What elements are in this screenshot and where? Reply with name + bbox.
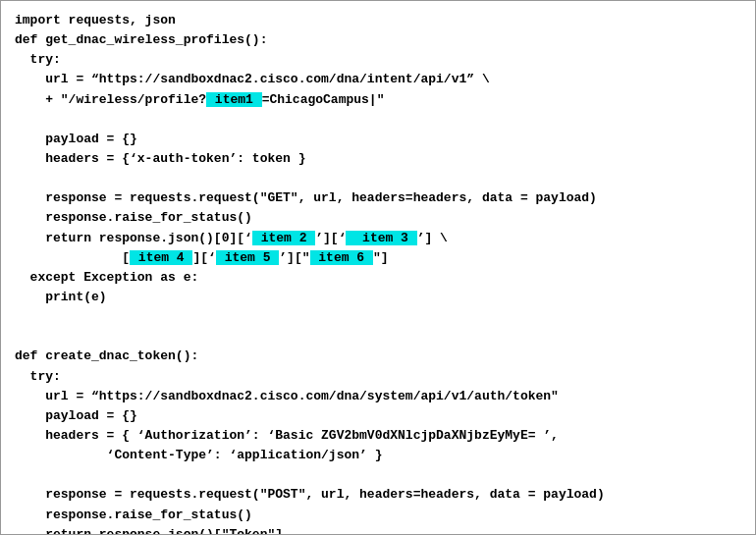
code-line: headers = { ‘Authorization’: ‘Basic ZGV2… — [15, 426, 741, 446]
code-line: [ item 4 ][‘ item 5 ’][" item 6 "] — [15, 248, 741, 268]
blank-line — [15, 110, 741, 130]
code-line: ‘Content-Type’: ‘application/json’ } — [15, 446, 741, 465]
code-line: import requests, json — [15, 11, 741, 30]
code-line: def create_dnac_token(): — [15, 347, 741, 366]
code-line: payload = {} — [15, 406, 741, 426]
highlighted-item: item 4 — [130, 250, 192, 265]
blank-line — [15, 327, 741, 347]
code-line: print(e) — [15, 288, 741, 307]
highlighted-item: item 6 — [310, 250, 373, 265]
code-line: except Exception as e: — [15, 268, 741, 288]
code-line: payload = {} — [15, 130, 741, 149]
code-line: response = requests.request("GET", url, … — [15, 188, 741, 208]
blank-line — [15, 307, 741, 327]
code-line: return response.json()["Token"] — [15, 525, 741, 535]
highlighted-item: item 3 — [346, 231, 416, 245]
code-line: def get_dnac_wireless_profiles(): — [15, 30, 741, 50]
code-line: url = “https://sandboxdnac2.cisco.com/dn… — [15, 70, 741, 89]
code-line: response = requests.request("POST", url,… — [15, 485, 741, 505]
code-line: headers = {‘x-auth-token’: token } — [15, 149, 741, 169]
highlighted-item: item1 — [206, 92, 262, 107]
code-line: try: — [15, 50, 741, 70]
code-line: try: — [15, 367, 741, 387]
code-line: return response.json()[0][‘ item 2 ’][‘ … — [15, 229, 741, 248]
blank-line — [15, 169, 741, 188]
code-line: url = “https://sandboxdnac2.cisco.com/dn… — [15, 387, 741, 406]
highlighted-item: item 2 — [252, 231, 315, 245]
code-block: import requests, jsondef get_dnac_wirele… — [0, 0, 756, 535]
code-line: + "/wireless/profile? item1 =ChicagoCamp… — [15, 90, 741, 110]
highlighted-item: item 5 — [216, 250, 279, 265]
code-line: response.raise_for_status() — [15, 208, 741, 228]
code-line: response.raise_for_status() — [15, 506, 741, 525]
blank-line — [15, 465, 741, 485]
